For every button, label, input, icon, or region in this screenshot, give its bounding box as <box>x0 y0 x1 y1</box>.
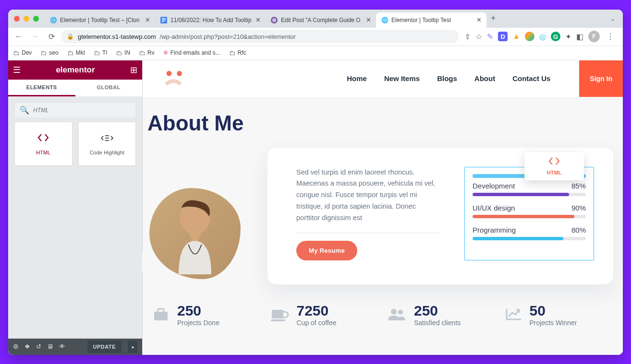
stat-value: 50 <box>530 304 577 318</box>
stat-coffee: 7250Cup of coffee <box>270 304 379 327</box>
bookmark-item[interactable]: 🗀Rfc <box>229 49 246 57</box>
nav-link-newitems[interactable]: New Items <box>384 74 420 82</box>
nav-link-contact[interactable]: Contact Us <box>512 74 550 82</box>
widget-label: Code Highlight <box>90 150 124 155</box>
preview-icon[interactable]: 👁 <box>59 343 65 350</box>
bookmark-item[interactable]: 🗀Rv <box>139 49 155 57</box>
briefcase-icon <box>152 306 170 324</box>
resume-button[interactable]: My Resume <box>296 241 357 260</box>
tab-title: Elementor | Tooltip Test <box>391 17 473 23</box>
about-text: Sed vel turpis id enim laoreet rhoncus. … <box>296 167 440 261</box>
browser-window: 🌐 Elementor | Tooltip Test – [Clon ✕ 11/… <box>8 10 623 355</box>
widget-search[interactable]: 🔍 <box>15 103 135 117</box>
code-highlight-icon <box>100 132 114 146</box>
widget-code-highlight[interactable]: Code Highlight <box>79 122 136 165</box>
forward-button[interactable]: → <box>28 30 42 43</box>
folder-icon: 🗀 <box>229 49 235 57</box>
lock-icon: 🔒 <box>67 33 74 40</box>
update-options-button[interactable]: ▴ <box>128 341 137 353</box>
elementor-header: ☰ elementor ⊞ <box>8 60 142 80</box>
star-icon[interactable]: ☆ <box>475 32 482 41</box>
skill-row-uiux: UI/UX design90% <box>473 204 586 218</box>
svg-point-12 <box>190 226 201 241</box>
svg-rect-16 <box>271 319 285 321</box>
nav-links: Home New Items Blogs About Contact Us <box>347 74 550 82</box>
elementor-sidebar: ☰ elementor ⊞ ELEMENTS GLOBAL 🔍 HTML Co <box>8 60 143 355</box>
svg-point-9 <box>167 70 172 76</box>
bookmark-item[interactable]: 🗀IN <box>116 49 130 57</box>
grid-icon[interactable]: ⊞ <box>130 65 137 75</box>
new-tab-button[interactable]: + <box>486 12 500 25</box>
maximize-window-button[interactable] <box>33 16 39 22</box>
svg-rect-14 <box>158 309 164 313</box>
update-button[interactable]: UPDATE <box>87 341 121 353</box>
close-tab-icon[interactable]: ✕ <box>476 16 482 23</box>
stat-clients: 250Satisfied clients <box>387 304 496 327</box>
window-controls <box>14 16 39 22</box>
skill-name: Development <box>473 182 515 190</box>
ext-icon[interactable]: ◎ <box>539 32 546 41</box>
reload-button[interactable]: ⟳ <box>45 30 58 43</box>
profile-avatar[interactable]: F <box>588 31 600 42</box>
widget-html[interactable]: HTML <box>15 122 72 165</box>
stat-value: 7250 <box>297 304 337 318</box>
sidebar-tabs: ELEMENTS GLOBAL <box>8 80 142 96</box>
search-input[interactable] <box>33 107 131 114</box>
navigator-icon[interactable]: ❖ <box>24 343 30 350</box>
browser-tab-active[interactable]: 🌐 Elementor | Tooltip Test ✕ <box>376 12 486 28</box>
stat-value: 250 <box>177 304 219 318</box>
tab-global[interactable]: GLOBAL <box>75 80 143 96</box>
bookmark-item[interactable]: 🗀Tl <box>94 49 107 57</box>
folder-icon: 🗀 <box>67 49 73 57</box>
ext-icon[interactable]: ✎ <box>487 32 493 41</box>
menu-icon[interactable]: ⋮ <box>605 32 616 41</box>
globe-icon: 🌐 <box>49 16 57 24</box>
browser-tab[interactable]: 🌐 Elementor | Tooltip Test – [Clon ✕ <box>45 12 155 28</box>
ext-icon[interactable] <box>525 32 534 41</box>
svg-rect-15 <box>272 310 283 318</box>
minimize-window-button[interactable] <box>24 16 29 22</box>
browser-tab[interactable]: 11/08/2022: How To Add Tooltip ✕ <box>155 12 266 28</box>
skill-bar <box>473 215 586 218</box>
nav-link-blogs[interactable]: Blogs <box>437 74 457 82</box>
nav-link-home[interactable]: Home <box>347 74 367 82</box>
sidepanel-icon[interactable]: ◧ <box>576 32 583 41</box>
menu-icon[interactable]: ☰ <box>13 65 21 75</box>
tab-title: Elementor | Tooltip Test – [Clon <box>60 17 142 23</box>
ext-icon[interactable]: G <box>551 32 560 41</box>
skills-widget-selected[interactable]: HTML Development85% UI/UX design90% P <box>464 167 594 261</box>
share-icon[interactable]: ⇪ <box>464 32 471 41</box>
folder-icon: 🗀 <box>94 49 100 57</box>
tab-list-button[interactable]: ⌄ <box>610 15 615 22</box>
address-bar[interactable]: 🔒 gtelementor.s1-tastewp.com/wp-admin/po… <box>61 30 459 43</box>
ext-icon[interactable]: D <box>498 32 508 41</box>
bookmark-item[interactable]: ✻Find emails and s... <box>163 49 220 56</box>
responsive-icon[interactable]: 🖥 <box>47 343 53 350</box>
browser-tab[interactable]: Edit Post "A Complete Guide O ✕ <box>266 12 376 28</box>
folder-icon: 🗀 <box>116 49 122 57</box>
close-window-button[interactable] <box>14 16 20 22</box>
preview-area: Home New Items Blogs About Contact Us Si… <box>143 60 623 355</box>
ext-icon[interactable]: ▲ <box>512 32 520 41</box>
stat-label: Projects Done <box>177 319 219 327</box>
extensions-icon[interactable]: ✦ <box>565 32 571 41</box>
stat-value: 250 <box>414 304 461 318</box>
about-paragraph: Sed vel turpis id enim laoreet rhoncus. … <box>296 167 440 234</box>
nav-link-about[interactable]: About <box>474 74 495 82</box>
history-icon[interactable]: ↺ <box>36 343 41 350</box>
back-button[interactable]: ← <box>12 30 25 43</box>
close-tab-icon[interactable]: ✕ <box>255 16 261 23</box>
settings-icon[interactable]: ⚙ <box>13 343 19 350</box>
bookmark-item[interactable]: 🗀Mkt <box>67 49 85 57</box>
bookmark-item[interactable]: 🗀Dev <box>13 49 32 57</box>
stat-label: Projects Winner <box>530 319 577 327</box>
signin-button[interactable]: Sign In <box>579 60 623 97</box>
folder-icon: 🗀 <box>40 49 47 57</box>
bookmark-item[interactable]: 🗀seo <box>40 49 58 57</box>
close-tab-icon[interactable]: ✕ <box>366 16 371 23</box>
tab-title: Edit Post "A Complete Guide O <box>281 17 363 23</box>
tab-elements[interactable]: ELEMENTS <box>8 80 75 96</box>
brand-logo[interactable] <box>160 70 187 87</box>
svg-point-18 <box>398 310 403 315</box>
close-tab-icon[interactable]: ✕ <box>145 16 150 23</box>
